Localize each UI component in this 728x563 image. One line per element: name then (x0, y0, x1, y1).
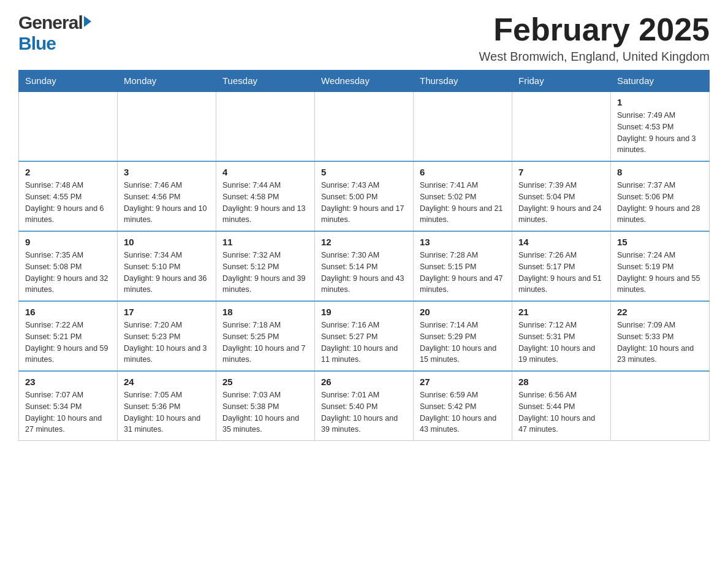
calendar-day-cell: 28Sunrise: 6:56 AM Sunset: 5:44 PM Dayli… (512, 371, 611, 441)
calendar-day-cell (19, 91, 118, 161)
calendar-day-cell: 22Sunrise: 7:09 AM Sunset: 5:33 PM Dayli… (611, 301, 710, 371)
day-info: Sunrise: 7:05 AM Sunset: 5:36 PM Dayligh… (124, 389, 210, 435)
calendar-day-cell: 24Sunrise: 7:05 AM Sunset: 5:36 PM Dayli… (118, 371, 216, 441)
calendar-day-cell: 16Sunrise: 7:22 AM Sunset: 5:21 PM Dayli… (19, 301, 118, 371)
day-info: Sunrise: 7:26 AM Sunset: 5:17 PM Dayligh… (518, 250, 604, 296)
day-info: Sunrise: 7:49 AM Sunset: 4:53 PM Dayligh… (617, 110, 703, 156)
day-of-week-header: Monday (118, 71, 216, 92)
day-info: Sunrise: 7:07 AM Sunset: 5:34 PM Dayligh… (25, 389, 111, 435)
day-info: Sunrise: 7:34 AM Sunset: 5:10 PM Dayligh… (124, 250, 210, 296)
day-info: Sunrise: 7:16 AM Sunset: 5:27 PM Dayligh… (321, 320, 407, 366)
day-number: 20 (420, 307, 506, 317)
calendar-week-row: 16Sunrise: 7:22 AM Sunset: 5:21 PM Dayli… (19, 301, 710, 371)
calendar-week-row: 1Sunrise: 7:49 AM Sunset: 4:53 PM Daylig… (19, 91, 710, 161)
day-number: 27 (420, 377, 506, 387)
calendar-day-cell: 1Sunrise: 7:49 AM Sunset: 4:53 PM Daylig… (611, 91, 710, 161)
day-number: 1 (617, 97, 703, 107)
calendar-day-cell: 15Sunrise: 7:24 AM Sunset: 5:19 PM Dayli… (611, 231, 710, 301)
day-number: 5 (321, 167, 407, 177)
calendar-day-cell: 18Sunrise: 7:18 AM Sunset: 5:25 PM Dayli… (216, 301, 315, 371)
day-number: 4 (222, 167, 308, 177)
calendar-day-cell: 12Sunrise: 7:30 AM Sunset: 5:14 PM Dayli… (315, 231, 414, 301)
calendar-week-row: 9Sunrise: 7:35 AM Sunset: 5:08 PM Daylig… (19, 231, 710, 301)
logo: General Blue (18, 12, 91, 54)
day-info: Sunrise: 6:56 AM Sunset: 5:44 PM Dayligh… (518, 389, 604, 435)
calendar-day-cell: 10Sunrise: 7:34 AM Sunset: 5:10 PM Dayli… (118, 231, 216, 301)
day-number: 22 (617, 307, 703, 317)
calendar-day-cell: 17Sunrise: 7:20 AM Sunset: 5:23 PM Dayli… (118, 301, 216, 371)
day-info: Sunrise: 7:39 AM Sunset: 5:04 PM Dayligh… (518, 180, 604, 226)
calendar-day-cell: 9Sunrise: 7:35 AM Sunset: 5:08 PM Daylig… (19, 231, 118, 301)
logo-general-text: General (18, 12, 83, 33)
day-of-week-header: Friday (512, 71, 611, 92)
calendar-day-cell: 23Sunrise: 7:07 AM Sunset: 5:34 PM Dayli… (19, 371, 118, 441)
calendar-day-cell: 7Sunrise: 7:39 AM Sunset: 5:04 PM Daylig… (512, 161, 611, 231)
logo-blue-text: Blue (18, 33, 56, 54)
day-number: 12 (321, 237, 407, 247)
day-number: 7 (518, 167, 604, 177)
day-number: 28 (518, 377, 604, 387)
day-info: Sunrise: 7:20 AM Sunset: 5:23 PM Dayligh… (124, 320, 210, 366)
calendar-day-cell: 2Sunrise: 7:48 AM Sunset: 4:55 PM Daylig… (19, 161, 118, 231)
calendar-day-cell: 20Sunrise: 7:14 AM Sunset: 5:29 PM Dayli… (414, 301, 512, 371)
title-area: February 2025 West Bromwich, England, Un… (479, 12, 710, 64)
day-info: Sunrise: 7:24 AM Sunset: 5:19 PM Dayligh… (617, 250, 703, 296)
calendar-day-cell (315, 91, 414, 161)
calendar-day-cell: 6Sunrise: 7:41 AM Sunset: 5:02 PM Daylig… (414, 161, 512, 231)
calendar-table: SundayMondayTuesdayWednesdayThursdayFrid… (18, 70, 710, 441)
day-info: Sunrise: 7:01 AM Sunset: 5:40 PM Dayligh… (321, 389, 407, 435)
calendar-day-cell: 8Sunrise: 7:37 AM Sunset: 5:06 PM Daylig… (611, 161, 710, 231)
calendar-day-cell: 13Sunrise: 7:28 AM Sunset: 5:15 PM Dayli… (414, 231, 512, 301)
day-info: Sunrise: 7:46 AM Sunset: 4:56 PM Dayligh… (124, 180, 210, 226)
calendar-day-cell (512, 91, 611, 161)
day-number: 8 (617, 167, 703, 177)
day-of-week-header: Sunday (19, 71, 118, 92)
day-info: Sunrise: 7:14 AM Sunset: 5:29 PM Dayligh… (420, 320, 506, 366)
day-number: 21 (518, 307, 604, 317)
calendar-day-cell: 4Sunrise: 7:44 AM Sunset: 4:58 PM Daylig… (216, 161, 315, 231)
day-info: Sunrise: 7:41 AM Sunset: 5:02 PM Dayligh… (420, 180, 506, 226)
calendar-day-cell: 27Sunrise: 6:59 AM Sunset: 5:42 PM Dayli… (414, 371, 512, 441)
calendar-day-cell (611, 371, 710, 441)
day-number: 10 (124, 237, 210, 247)
day-info: Sunrise: 7:37 AM Sunset: 5:06 PM Dayligh… (617, 180, 703, 226)
calendar-day-cell: 3Sunrise: 7:46 AM Sunset: 4:56 PM Daylig… (118, 161, 216, 231)
logo-flag-icon (84, 16, 91, 27)
calendar-week-row: 23Sunrise: 7:07 AM Sunset: 5:34 PM Dayli… (19, 371, 710, 441)
day-info: Sunrise: 7:43 AM Sunset: 5:00 PM Dayligh… (321, 180, 407, 226)
day-number: 15 (617, 237, 703, 247)
day-number: 9 (25, 237, 111, 247)
calendar-day-cell: 21Sunrise: 7:12 AM Sunset: 5:31 PM Dayli… (512, 301, 611, 371)
day-number: 3 (124, 167, 210, 177)
day-info: Sunrise: 6:59 AM Sunset: 5:42 PM Dayligh… (420, 389, 506, 435)
day-info: Sunrise: 7:09 AM Sunset: 5:33 PM Dayligh… (617, 320, 703, 366)
day-number: 24 (124, 377, 210, 387)
header: General Blue February 2025 West Bromwich… (18, 12, 710, 64)
calendar-day-cell: 25Sunrise: 7:03 AM Sunset: 5:38 PM Dayli… (216, 371, 315, 441)
day-of-week-header: Wednesday (315, 71, 414, 92)
month-title: February 2025 (479, 12, 710, 47)
day-number: 17 (124, 307, 210, 317)
day-info: Sunrise: 7:28 AM Sunset: 5:15 PM Dayligh… (420, 250, 506, 296)
day-info: Sunrise: 7:03 AM Sunset: 5:38 PM Dayligh… (222, 389, 308, 435)
day-number: 6 (420, 167, 506, 177)
calendar-day-cell (118, 91, 216, 161)
calendar-day-cell (414, 91, 512, 161)
day-of-week-header: Tuesday (216, 71, 315, 92)
calendar-day-cell: 11Sunrise: 7:32 AM Sunset: 5:12 PM Dayli… (216, 231, 315, 301)
day-number: 25 (222, 377, 308, 387)
day-number: 14 (518, 237, 604, 247)
day-info: Sunrise: 7:44 AM Sunset: 4:58 PM Dayligh… (222, 180, 308, 226)
day-of-week-header: Saturday (611, 71, 710, 92)
day-number: 23 (25, 377, 111, 387)
day-info: Sunrise: 7:35 AM Sunset: 5:08 PM Dayligh… (25, 250, 111, 296)
day-info: Sunrise: 7:32 AM Sunset: 5:12 PM Dayligh… (222, 250, 308, 296)
calendar-day-cell (216, 91, 315, 161)
calendar-day-cell: 14Sunrise: 7:26 AM Sunset: 5:17 PM Dayli… (512, 231, 611, 301)
location-title: West Bromwich, England, United Kingdom (479, 50, 710, 64)
day-number: 16 (25, 307, 111, 317)
day-number: 2 (25, 167, 111, 177)
day-of-week-header: Thursday (414, 71, 512, 92)
day-info: Sunrise: 7:30 AM Sunset: 5:14 PM Dayligh… (321, 250, 407, 296)
day-info: Sunrise: 7:48 AM Sunset: 4:55 PM Dayligh… (25, 180, 111, 226)
